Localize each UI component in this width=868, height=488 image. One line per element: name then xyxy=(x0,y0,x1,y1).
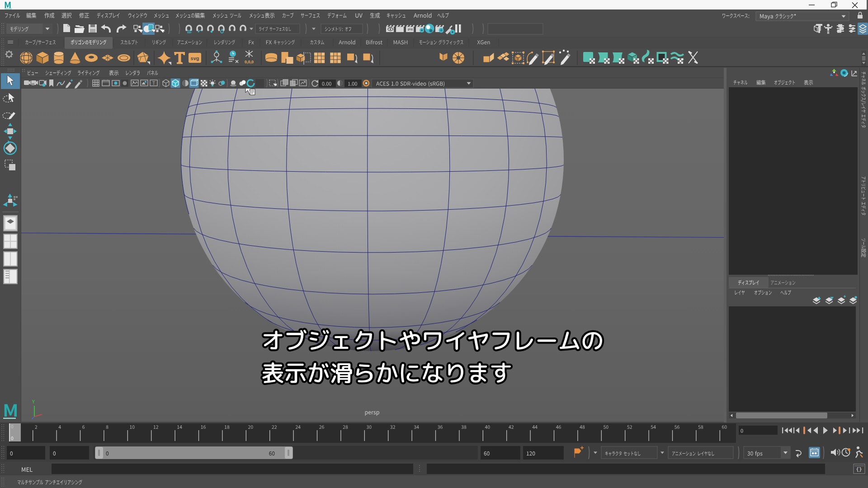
svg-text:T: T xyxy=(152,81,155,86)
svg-text:0,0,0: 0,0,0 xyxy=(245,60,254,64)
svg-text:{}: {} xyxy=(856,467,862,472)
svg-text:svg: svg xyxy=(191,56,199,61)
svg-text:IPR: IPR xyxy=(408,28,413,31)
